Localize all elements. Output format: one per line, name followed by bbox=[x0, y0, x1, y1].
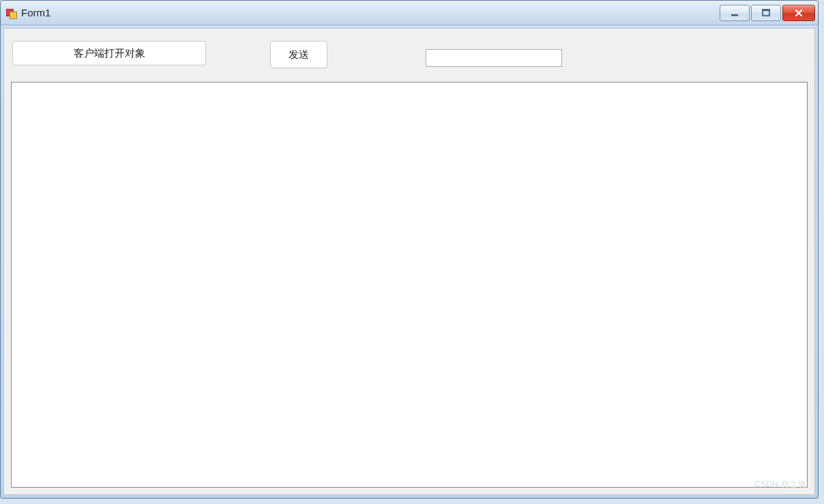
message-input[interactable] bbox=[426, 49, 562, 67]
output-textarea[interactable] bbox=[11, 82, 808, 488]
minimize-icon bbox=[730, 8, 739, 18]
titlebar[interactable]: Form1 bbox=[1, 1, 818, 25]
window-title: Form1 bbox=[21, 7, 50, 18]
app-icon bbox=[6, 8, 17, 18]
window-controls bbox=[720, 5, 815, 21]
close-icon bbox=[794, 8, 804, 18]
close-button[interactable] bbox=[782, 5, 815, 21]
minimize-button[interactable] bbox=[720, 5, 750, 21]
maximize-icon bbox=[761, 8, 771, 18]
toolbar: 客户端打开对象 发送 bbox=[4, 29, 814, 76]
app-window: Form1 客户端打开对象 bbox=[0, 0, 819, 499]
open-client-button[interactable]: 客户端打开对象 bbox=[12, 41, 206, 65]
maximize-button[interactable] bbox=[751, 5, 781, 21]
svg-rect-0 bbox=[731, 14, 738, 16]
send-button[interactable]: 发送 bbox=[270, 41, 327, 68]
client-area: 客户端打开对象 发送 CSDN @念璐 bbox=[3, 28, 815, 495]
svg-rect-2 bbox=[763, 10, 769, 11]
